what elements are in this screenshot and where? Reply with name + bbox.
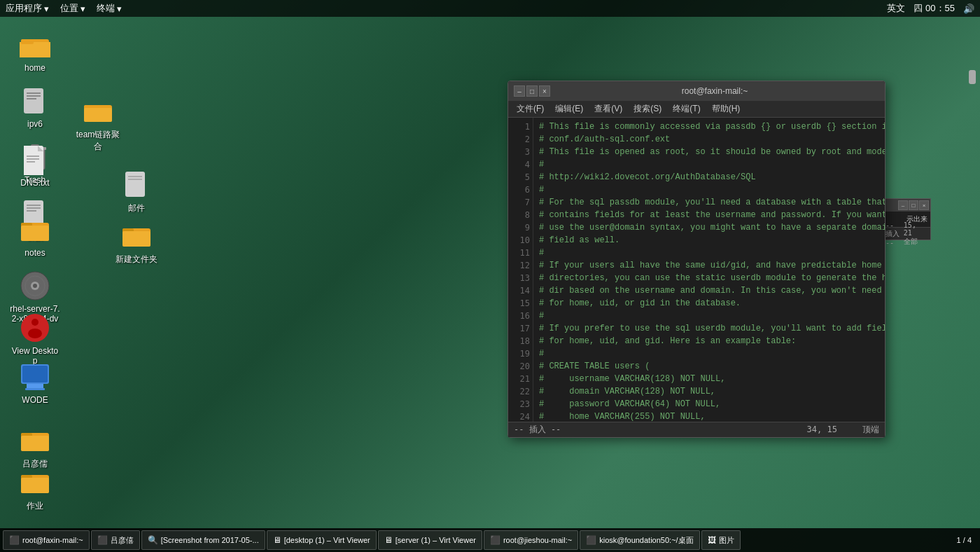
menu-search[interactable]: 搜索(S) [629, 101, 666, 118]
close-button[interactable]: × [539, 85, 550, 97]
svg-rect-5 [27, 95, 41, 97]
ipv6-label: ipv6 [27, 119, 43, 129]
insert-mode: -- 插入 -- [514, 424, 561, 436]
desktop-icon-work[interactable]: 作业 [7, 462, 63, 515]
mail-label: 邮件 [128, 202, 145, 214]
new-folder-icon [120, 219, 153, 252]
desktop-icon-team[interactable]: team链路聚合 [70, 91, 126, 156]
svg-rect-48 [21, 436, 49, 451]
menu-file[interactable]: 文件(F) [512, 101, 548, 118]
desktop-icon-new-folder[interactable]: 新建文件夹 [108, 216, 164, 268]
menu-view[interactable]: 查看(V) [590, 101, 626, 118]
window-controls: – □ × [514, 85, 550, 97]
taskbar-item-3[interactable]: 🖥 [desktop (1) – Virt Viewer [267, 530, 377, 550]
svg-rect-3 [24, 88, 43, 113]
terminal-menubar: 文件(F) 编辑(E) 查看(V) 搜索(S) 终端(T) 帮助(H) [508, 101, 885, 118]
main-terminal-window: – □ × root@faxin-mail:~ 文件(F) 编辑(E) 查看(V… [507, 81, 886, 438]
apps-chevron: ▾ [44, 4, 49, 14]
line-numbers: 1234567891011121314151617181920212223242… [508, 118, 533, 422]
home-label: home [24, 63, 46, 73]
taskbar-item-1[interactable]: ⬛ 吕彦僖 [91, 530, 140, 550]
home-icon [18, 28, 52, 62]
menu-help[interactable]: 帮助(H) [708, 101, 745, 118]
taskbar-item-7[interactable]: 🖼 图片 [701, 530, 741, 550]
team-label: team链路聚合 [73, 129, 123, 153]
mini-pos: 15, 21 全部 [904, 221, 927, 247]
dns-label: DNS.txt [20, 178, 49, 188]
svg-rect-27 [128, 176, 142, 177]
terminal-menu[interactable]: 终端 ▾ [97, 2, 122, 15]
taskbar-item-2[interactable]: 🔍 [Screenshot from 2017-05-... [141, 530, 265, 550]
desktop-icon-notes[interactable]: notes [7, 210, 63, 261]
mini-titlebar: – □ × [883, 199, 930, 212]
terminal-statusbar: -- 插入 -- 34, 15 顶端 [508, 422, 885, 437]
terminal-titlebar: – □ × root@faxin-mail:~ [508, 81, 885, 101]
svg-rect-19 [84, 108, 112, 122]
language-indicator: 英文 [887, 2, 905, 15]
apps-menu[interactable]: 应用程序 ▾ [6, 2, 49, 15]
taskbar-item-5[interactable]: ⬛ root@jieshou-mail:~ [484, 530, 578, 550]
mini-insert: -- 插入 -- [886, 221, 904, 247]
svg-rect-44 [27, 384, 43, 388]
svg-rect-24 [27, 158, 39, 160]
terminal-code-area: 1234567891011121314151617181920212223242… [508, 118, 885, 422]
mini-close[interactable]: × [919, 200, 929, 210]
topbar-left: 应用程序 ▾ 位置 ▾ 终端 ▾ [6, 2, 122, 15]
svg-rect-28 [128, 179, 142, 180]
desktop-scroll-indicator [969, 70, 976, 84]
maximize-button[interactable]: □ [526, 85, 538, 97]
topbar-right: 英文 四 00：55 🔊 [887, 2, 974, 15]
svg-rect-15 [27, 207, 41, 209]
menu-terminal[interactable]: 终端(T) [668, 101, 704, 118]
team-folder-icon [81, 94, 115, 127]
desktop-icons-col2: team链路聚合 [70, 91, 126, 156]
rhel-disc-icon [18, 269, 52, 303]
svg-point-40 [31, 319, 38, 326]
svg-rect-43 [22, 366, 48, 382]
apps-label: 应用程序 [6, 2, 42, 15]
terminal-chevron: ▾ [117, 4, 122, 14]
desktop-icon-dns[interactable]: DNS.txt [7, 140, 63, 191]
taskbar-item-6[interactable]: ⬛ kiosk@foundation50:~/桌面 [580, 530, 699, 550]
menu-edit[interactable]: 编辑(E) [551, 101, 587, 118]
svg-point-37 [33, 284, 37, 288]
svg-rect-31 [21, 226, 49, 241]
svg-rect-25 [27, 161, 35, 163]
position-label: 位置 [60, 2, 78, 15]
desktop-icon-home[interactable]: home [7, 25, 63, 76]
position-chevron: ▾ [80, 4, 85, 14]
topbar: 应用程序 ▾ 位置 ▾ 终端 ▾ 英文 四 00：55 🔊 [0, 0, 980, 17]
view-desktop-icon [18, 311, 52, 345]
mini-maximize[interactable]: □ [909, 200, 918, 210]
taskbar-item-4[interactable]: 🖥 [server (1) – Virt Viewer [378, 530, 482, 550]
work-label: 作业 [27, 500, 43, 512]
code-content[interactable]: # This file is commonly accessed via pas… [533, 118, 885, 422]
desktop-icon-mail[interactable]: 邮件 [108, 165, 164, 217]
position-menu[interactable]: 位置 ▾ [60, 2, 85, 15]
mini-statusbar: -- 插入 -- 15, 21 全部 [883, 227, 930, 240]
svg-rect-23 [27, 156, 39, 157]
svg-point-41 [28, 329, 42, 338]
svg-rect-51 [21, 478, 49, 493]
svg-rect-6 [27, 98, 36, 99]
terminal-title: root@faxin-mail:~ [550, 86, 879, 96]
mini-minimize[interactable]: – [898, 200, 908, 210]
svg-rect-34 [122, 231, 150, 247]
wode-icon [18, 360, 52, 394]
svg-rect-2 [21, 39, 34, 44]
ipv6-icon [18, 84, 52, 118]
svg-marker-1 [20, 42, 50, 57]
new-folder-label: 新建文件夹 [115, 254, 158, 265]
desktop-icon-ipv6[interactable]: ipv6 [7, 81, 63, 132]
svg-rect-26 [125, 172, 145, 197]
minimize-button[interactable]: – [514, 85, 525, 97]
cursor-position: 34, 15 顶端 [807, 424, 879, 436]
wode-label: WODE [22, 395, 48, 405]
taskbar-pager: 1 / 4 [951, 536, 977, 544]
work-folder-icon [18, 465, 52, 499]
terminal-label: 终端 [97, 2, 115, 15]
taskbar-item-0[interactable]: ⬛ root@faxin-mail:~ [3, 530, 90, 550]
svg-rect-14 [27, 205, 41, 206]
desktop-icon-wode[interactable]: WODE [7, 357, 63, 408]
volume-icon: 🔊 [963, 4, 974, 14]
